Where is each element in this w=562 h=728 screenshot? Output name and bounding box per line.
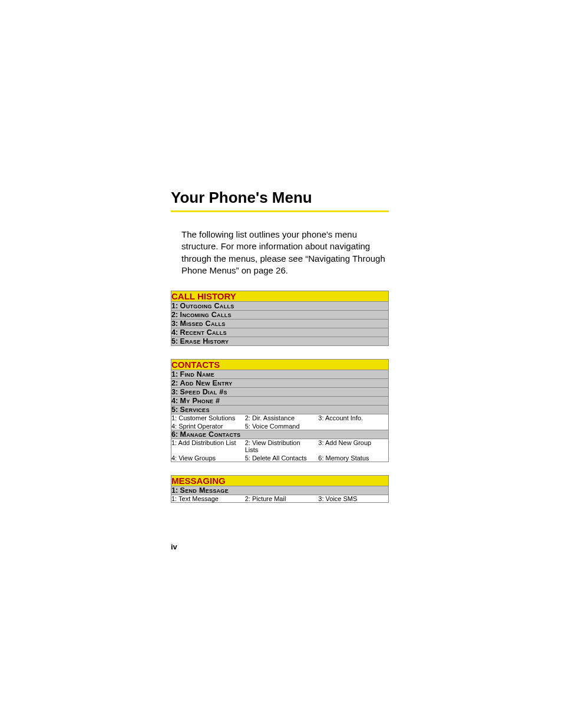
item-label: Manage Contacts bbox=[180, 430, 241, 439]
sub-item: 3: Voice SMS bbox=[318, 495, 388, 502]
sub-item: 4: Sprint Operator bbox=[171, 423, 242, 430]
sub-item: 2: View Distribution Lists bbox=[245, 439, 315, 453]
title-underline bbox=[171, 210, 389, 212]
sub-item: 6: Memory Status bbox=[318, 454, 388, 462]
call-history-table: CALL HISTORY 1: Outgoing Calls 2: Incomi… bbox=[171, 291, 389, 346]
item-label: Erase History bbox=[180, 337, 229, 345]
page-number: iv bbox=[171, 542, 177, 551]
item-number: 1: bbox=[171, 370, 178, 378]
item-label: Outgoing Calls bbox=[180, 302, 234, 310]
menu-item: 6: Manage Contacts bbox=[171, 430, 389, 439]
messaging-header: MESSAGING bbox=[171, 476, 389, 486]
intro-paragraph: The following list outlines your phone's… bbox=[181, 229, 391, 276]
item-label: Find Name bbox=[180, 370, 214, 378]
menu-item: 5: Erase History bbox=[171, 337, 389, 346]
item-label: Missed Calls bbox=[180, 319, 226, 328]
sub-item bbox=[318, 423, 388, 430]
sub-item: 1: Customer Solutions bbox=[171, 414, 242, 421]
item-number: 3: bbox=[171, 388, 178, 396]
document-page: Your Phone's Menu The following list out… bbox=[0, 0, 562, 728]
item-number: 5: bbox=[171, 337, 178, 345]
sub-item: 1: Add Distribution List bbox=[171, 439, 242, 453]
item-number: 4: bbox=[171, 328, 178, 337]
item-number: 1: bbox=[171, 486, 178, 495]
item-number: 2: bbox=[171, 379, 178, 387]
contacts-table: CONTACTS 1: Find Name 2: Add New Entry 3… bbox=[171, 359, 389, 462]
item-number: 5: bbox=[171, 406, 178, 414]
sub-item-row: 1: Customer Solutions 2: Dir. Assistance… bbox=[171, 414, 389, 430]
sub-item-row: 1: Text Message 2: Picture Mail 3: Voice… bbox=[171, 495, 389, 503]
menu-item: 1: Send Message bbox=[171, 486, 389, 495]
item-number: 1: bbox=[171, 302, 178, 310]
item-label: Recent Calls bbox=[180, 328, 227, 337]
sub-item-row: 1: Add Distribution List 2: View Distrib… bbox=[171, 439, 389, 462]
sub-item: 2: Dir. Assistance bbox=[245, 414, 315, 421]
menu-item: 4: Recent Calls bbox=[171, 328, 389, 337]
menu-item: 2: Incoming Calls bbox=[171, 311, 389, 319]
menu-item: 5: Services bbox=[171, 406, 389, 414]
menu-item: 4: My Phone # bbox=[171, 397, 389, 406]
sub-item: 5: Voice Command bbox=[245, 423, 315, 430]
item-label: Send Message bbox=[180, 486, 229, 495]
item-number: 6: bbox=[171, 430, 178, 439]
messaging-table: MESSAGING 1: Send Message 1: Text Messag… bbox=[171, 475, 389, 503]
item-label: My Phone # bbox=[180, 397, 220, 405]
sub-item: 3: Account Info. bbox=[318, 414, 388, 421]
sub-item: 1: Text Message bbox=[171, 495, 242, 502]
menu-item: 3: Missed Calls bbox=[171, 319, 389, 328]
contacts-header: CONTACTS bbox=[171, 360, 389, 370]
item-label: Add New Entry bbox=[180, 379, 233, 387]
sub-item: 3: Add New Group bbox=[318, 439, 388, 453]
item-number: 2: bbox=[171, 311, 178, 319]
sub-item: 4: View Groups bbox=[171, 454, 242, 462]
item-label: Services bbox=[180, 406, 210, 414]
menu-item: 3: Speed Dial #s bbox=[171, 388, 389, 397]
sub-item: 2: Picture Mail bbox=[245, 495, 315, 502]
item-number: 3: bbox=[171, 319, 178, 328]
call-history-header: CALL HISTORY bbox=[171, 291, 389, 302]
menu-item: 2: Add New Entry bbox=[171, 379, 389, 388]
sub-item: 5: Delete All Contacts bbox=[245, 454, 315, 462]
item-number: 4: bbox=[171, 397, 178, 405]
item-label: Incoming Calls bbox=[180, 311, 232, 319]
page-title: Your Phone's Menu bbox=[171, 189, 391, 207]
menu-item: 1: Find Name bbox=[171, 370, 389, 379]
item-label: Speed Dial #s bbox=[180, 388, 227, 396]
menu-item: 1: Outgoing Calls bbox=[171, 302, 389, 311]
